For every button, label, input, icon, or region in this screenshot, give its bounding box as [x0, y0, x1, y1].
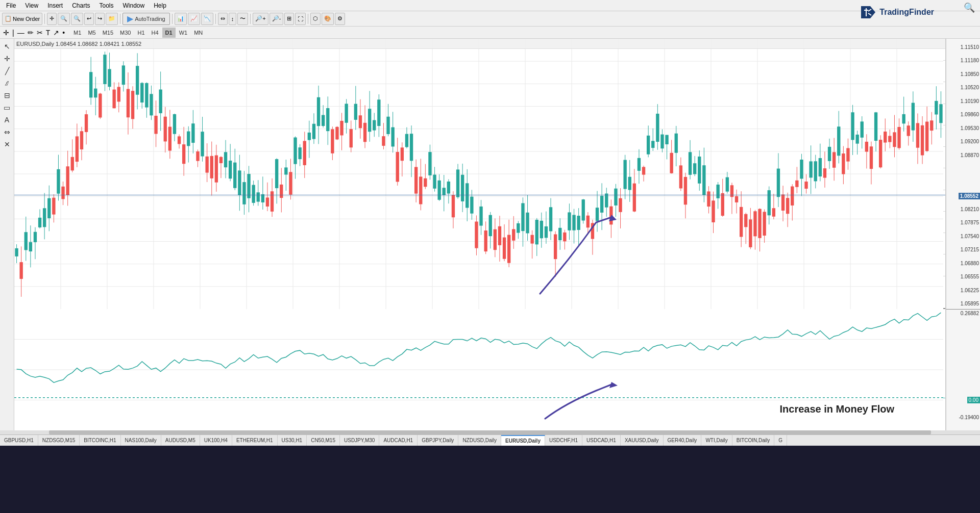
- cmf-zero-marker: 0.00: [967, 397, 980, 403]
- scroll-thumb[interactable]: [49, 430, 931, 434]
- price-chart[interactable]: EURUSD,Daily 1.08454 1.08682 1.08421 1.0…: [14, 39, 945, 309]
- toolbar-template[interactable]: 📁: [106, 13, 118, 25]
- tab-bitcoin-daily[interactable]: BITCOIN,Daily: [732, 435, 775, 446]
- tab-uk100-h4[interactable]: UK100,H4: [200, 435, 232, 446]
- line-tool[interactable]: |: [11, 28, 15, 38]
- menu-tools[interactable]: Tools: [95, 1, 118, 10]
- toolbar-autoscroll[interactable]: ↕: [229, 13, 237, 25]
- toolbar-colors[interactable]: 🎨: [322, 13, 334, 25]
- fib-tool[interactable]: ⊟: [3, 90, 12, 101]
- cursor-tool[interactable]: ↖: [3, 41, 12, 52]
- tab-cn50-m15[interactable]: CN50,M15: [307, 435, 340, 446]
- tf-h1[interactable]: H1: [134, 28, 148, 38]
- toolbar-redo[interactable]: ↪: [95, 13, 105, 25]
- trendline-tool[interactable]: ╱: [4, 65, 11, 76]
- toolbar-scale[interactable]: ⇔: [218, 13, 228, 25]
- menu-charts[interactable]: Charts: [68, 1, 94, 10]
- tf-w1[interactable]: W1: [176, 28, 191, 38]
- left-tools-panel: ↖ ✛ ╱ ⫽ ⊟ ▭ A ⇔ ✕: [0, 39, 14, 430]
- scissors-tool[interactable]: ✂: [36, 28, 44, 38]
- tab-gbpusd-h1[interactable]: GBPUSD,H1: [0, 435, 38, 446]
- toolbar-bar-chart[interactable]: 📊: [175, 13, 187, 25]
- cmf-canvas[interactable]: [14, 309, 943, 430]
- tab-ethereum-h1[interactable]: ETHEREUM,H1: [232, 435, 278, 446]
- toolbar-separator-6: [308, 14, 308, 24]
- drawing-tools: ✛ | — ✏ ✂ T ↗ •: [2, 28, 66, 38]
- menu-view[interactable]: View: [21, 1, 42, 10]
- arrow-tool[interactable]: ↗: [52, 28, 60, 38]
- toolbar-properties[interactable]: ⚙: [335, 13, 345, 25]
- toolbar-zoom-in[interactable]: 🔍: [58, 13, 70, 25]
- tab-eurusd-daily[interactable]: EURUSD,Daily: [501, 435, 545, 446]
- text-left-tool[interactable]: A: [3, 114, 11, 125]
- tab-usdcad-h1[interactable]: USDCAD,H1: [582, 435, 621, 446]
- tab-usdjpy-m30[interactable]: USDJPY,M30: [340, 435, 379, 446]
- timeframe-bar: ✛ | — ✏ ✂ T ↗ • M1 M5 M15 M30 H1 H4 D1 W…: [0, 27, 980, 39]
- tab-gbpjpy-daily[interactable]: GBPJPY,Daily: [418, 435, 458, 446]
- tab-ger40-daily[interactable]: GER40,Daily: [664, 435, 702, 446]
- main-chart: EURUSD,Daily 1.08454 1.08682 1.08421 1.0…: [14, 39, 945, 430]
- tab-nzdusd-daily[interactable]: NZDUSD,Daily: [458, 435, 501, 446]
- autotrading-button[interactable]: ▶ AutoTrading: [122, 13, 170, 25]
- tf-mn[interactable]: MN: [191, 28, 206, 38]
- dot-tool[interactable]: •: [61, 28, 66, 38]
- tab-g[interactable]: G: [774, 435, 787, 446]
- price-level-6: 1.09530: [961, 125, 979, 131]
- tf-m1[interactable]: M1: [70, 28, 84, 38]
- toolbar-zoom-minus[interactable]: 🔎-: [270, 13, 284, 25]
- menu-file[interactable]: File: [2, 1, 20, 10]
- price-level-7: 1.09200: [961, 139, 979, 144]
- price-level-12: 1.07540: [961, 234, 979, 239]
- tab-audusd-m5[interactable]: AUDUSD,M5: [161, 435, 200, 446]
- toolbar-objects[interactable]: ⬡: [310, 13, 321, 25]
- toolbar-expand[interactable]: ⛶: [295, 13, 306, 25]
- tab-bitcoinc-h1[interactable]: BITCOINC,H1: [80, 435, 120, 446]
- toolbar-line-chart[interactable]: 📉: [201, 13, 213, 25]
- price-level-3: 1.10520: [961, 85, 979, 90]
- current-price-marker: 1.08552: [959, 193, 980, 199]
- price-level-4: 1.10190: [961, 98, 979, 104]
- bottom-scrollbar[interactable]: [0, 430, 980, 434]
- toolbar-candle-chart[interactable]: 📈: [188, 13, 200, 25]
- tab-audcad-h1[interactable]: AUDCAD,H1: [379, 435, 418, 446]
- crosshair-tool[interactable]: ✛: [2, 28, 10, 38]
- toolbar-zoom-plus[interactable]: 🔎+: [253, 13, 268, 25]
- tf-m30[interactable]: M30: [117, 28, 134, 38]
- shapes-tool[interactable]: ▭: [2, 102, 12, 113]
- measure-tool[interactable]: ⇔: [3, 126, 12, 138]
- tab-wti-daily[interactable]: WTI,Daily: [701, 435, 732, 446]
- delete-tool[interactable]: ✕: [3, 139, 12, 150]
- price-level-16: 1.06225: [961, 288, 979, 293]
- channel-tool[interactable]: ⫽: [2, 78, 12, 89]
- price-scale: 1.11510 1.11180 1.10850 1.10520 1.10190 …: [945, 39, 980, 430]
- tab-xauusd-daily[interactable]: XAUUSD,Daily: [621, 435, 664, 446]
- tf-m5[interactable]: M5: [85, 28, 99, 38]
- menu-window[interactable]: Window: [119, 1, 149, 10]
- toolbar-fit[interactable]: ⊞: [284, 13, 294, 25]
- toolbar-zoom-out[interactable]: 🔍: [71, 13, 83, 25]
- tab-nas100-daily[interactable]: NAS100,Daily: [121, 435, 161, 446]
- toolbar-separator-5: [250, 14, 251, 24]
- toolbar-crosshair[interactable]: ✛: [47, 13, 57, 25]
- tab-usdchf-h1[interactable]: USDCHF,H1: [545, 435, 582, 446]
- tab-us30-h1[interactable]: US30,H1: [278, 435, 307, 446]
- toolbar-separator-1: [44, 14, 45, 24]
- price-canvas[interactable]: [14, 39, 943, 309]
- current-price-line: [14, 195, 945, 195]
- text-tool[interactable]: T: [45, 28, 52, 38]
- toolbar-indicator[interactable]: 〜: [237, 13, 248, 25]
- tf-m15[interactable]: M15: [100, 28, 116, 38]
- pencil-tool[interactable]: ✏: [27, 28, 35, 38]
- new-order-button[interactable]: 📋 New Order: [2, 13, 42, 25]
- horizontal-line-tool[interactable]: —: [16, 28, 26, 38]
- toolbar: 📋 New Order ✛ 🔍 🔍 ↩ ↪ 📁 ▶ AutoTrading 📊 …: [0, 11, 980, 27]
- tf-d1[interactable]: D1: [162, 28, 176, 38]
- tab-nzdsgd-m15[interactable]: NZDSGD,M15: [38, 435, 80, 446]
- toolbar-undo[interactable]: ↩: [84, 13, 94, 25]
- menu-insert[interactable]: Insert: [43, 1, 67, 10]
- menu-help[interactable]: Help: [150, 1, 170, 10]
- price-level-1: 1.11180: [961, 58, 979, 63]
- tf-h4[interactable]: H4: [149, 28, 162, 38]
- crosshair-left-tool[interactable]: ✛: [3, 53, 12, 64]
- search-icon[interactable]: 🔍: [964, 2, 975, 13]
